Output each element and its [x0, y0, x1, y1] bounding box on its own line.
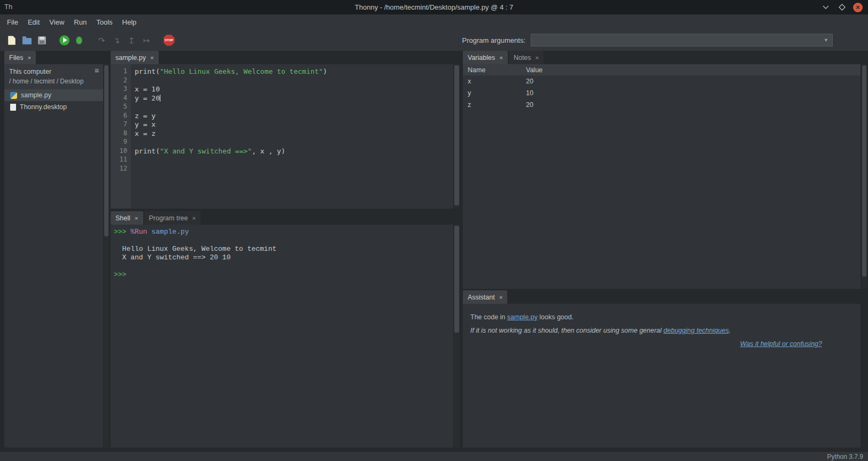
- file-name: sample.py: [21, 91, 51, 99]
- tab-assistant[interactable]: Assistant ×: [463, 290, 507, 304]
- open-file-button[interactable]: [20, 34, 33, 47]
- assistant-tabs: Assistant ×: [463, 290, 507, 304]
- files-scrollbar[interactable]: [104, 64, 109, 448]
- column-header-value: Value: [526, 66, 861, 74]
- close-tab-icon[interactable]: ×: [536, 55, 539, 61]
- close-tab-icon[interactable]: ×: [150, 55, 154, 61]
- step-out-button[interactable]: ↥: [125, 34, 138, 47]
- step-out-icon: ↥: [128, 36, 135, 44]
- text-cursor: [160, 95, 161, 102]
- shell-line: >>>: [114, 271, 453, 279]
- step-into-icon: ↴: [113, 36, 120, 44]
- debug-button[interactable]: [73, 34, 86, 47]
- variables-rows: x20y10z20: [463, 75, 861, 111]
- tab-notes[interactable]: Notes ×: [509, 51, 544, 64]
- close-tab-icon[interactable]: ×: [499, 294, 503, 301]
- assistant-text: If it is not working as it should, then …: [470, 327, 663, 334]
- code-line[interactable]: z = y: [135, 112, 453, 121]
- tab-files[interactable]: Files ×: [4, 51, 36, 64]
- editor-code[interactable]: print("Hello Linux Geeks, Welcome to tec…: [131, 64, 453, 209]
- variable-value: 10: [526, 89, 861, 97]
- menu-file[interactable]: File: [2, 16, 23, 29]
- code-editor[interactable]: 123456789101112 print("Hello Linux Geeks…: [111, 64, 453, 209]
- close-tab-icon[interactable]: ×: [192, 215, 196, 221]
- program-arguments-field: ▼: [531, 34, 833, 47]
- code-line[interactable]: [135, 156, 453, 165]
- maximize-icon: [839, 4, 846, 11]
- menu-run[interactable]: Run: [69, 16, 91, 29]
- file-item[interactable]: Thonny.desktop: [4, 101, 103, 113]
- file-item[interactable]: sample.py: [4, 89, 103, 101]
- variable-row[interactable]: z20: [463, 99, 861, 111]
- menu-view[interactable]: View: [44, 16, 69, 29]
- variable-name: x: [463, 78, 526, 85]
- tab-sample-py[interactable]: sample.py ×: [111, 51, 159, 64]
- tab-program-tree[interactable]: Program tree ×: [144, 211, 201, 225]
- menu-edit[interactable]: Edit: [23, 16, 44, 29]
- scrollbar-thumb[interactable]: [862, 65, 866, 276]
- shell-line: [114, 262, 453, 271]
- feedback-link[interactable]: Was it helpful or confusing?: [740, 340, 822, 348]
- save-file-button[interactable]: [35, 34, 48, 47]
- stop-sign-icon: STOP: [164, 35, 175, 46]
- assistant-link[interactable]: sample.py: [507, 313, 538, 321]
- code-line[interactable]: y = 20: [135, 94, 453, 103]
- assistant-line-1: The code in sample.py looks good.: [470, 313, 853, 321]
- new-file-button[interactable]: [5, 34, 18, 47]
- menu-help[interactable]: Help: [118, 16, 142, 29]
- variables-scrollbar[interactable]: [862, 64, 867, 289]
- step-into-button[interactable]: ↴: [110, 34, 123, 47]
- code-line[interactable]: [135, 138, 453, 147]
- scrollbar-thumb[interactable]: [454, 226, 459, 333]
- assistant-link[interactable]: debugging techniques: [663, 327, 728, 334]
- run-button[interactable]: [58, 34, 71, 47]
- editor-scrollbar[interactable]: [454, 64, 460, 209]
- line-number: 2: [111, 76, 131, 86]
- shell-line: >>> %Run sample.py: [114, 228, 453, 236]
- code-line[interactable]: [135, 103, 453, 112]
- line-number: 5: [111, 103, 131, 112]
- program-arguments-input[interactable]: [531, 34, 820, 46]
- close-tab-icon[interactable]: ×: [135, 215, 138, 221]
- close-tab-icon[interactable]: ×: [499, 55, 503, 61]
- editor-tabs: sample.py ×: [111, 51, 159, 64]
- file-name: Thonny.desktop: [20, 103, 67, 111]
- line-number: 11: [111, 156, 131, 165]
- variable-row[interactable]: x20: [463, 75, 861, 87]
- shell-panel[interactable]: >>> %Run sample.py Hello Linux Geeks, We…: [111, 225, 453, 448]
- scrollbar-thumb[interactable]: [104, 65, 108, 236]
- resume-button[interactable]: ↦: [140, 34, 153, 47]
- code-line[interactable]: print("Hello Linux Geeks, Welcome to tec…: [135, 67, 453, 76]
- code-line[interactable]: print("X and Y switched ==>", x , y): [135, 147, 453, 156]
- step-over-icon: ↷: [98, 36, 105, 44]
- chevron-down-icon[interactable]: ▼: [820, 37, 832, 43]
- shell-scrollbar[interactable]: [454, 225, 460, 448]
- maximize-window-button[interactable]: [837, 3, 847, 12]
- app-logo: Th: [4, 3, 12, 11]
- line-number: 10: [111, 147, 131, 156]
- code-line[interactable]: [135, 165, 453, 174]
- line-number: 3: [111, 85, 131, 94]
- hamburger-menu-icon[interactable]: ≡: [95, 66, 99, 75]
- python-file-icon: [10, 92, 17, 99]
- scrollbar-thumb[interactable]: [454, 65, 459, 205]
- close-tab-icon[interactable]: ×: [27, 55, 31, 61]
- tab-variables[interactable]: Variables ×: [463, 51, 508, 64]
- variable-row[interactable]: y10: [463, 87, 861, 99]
- variables-header-row: Name Value: [463, 64, 861, 75]
- assistant-line-2: If it is not working as it should, then …: [470, 327, 853, 334]
- code-line[interactable]: [135, 76, 453, 86]
- code-line[interactable]: y = x: [135, 120, 453, 129]
- step-over-button[interactable]: ↷: [95, 34, 108, 47]
- close-window-button[interactable]: ×: [853, 3, 863, 12]
- files-tabs: Files ×: [4, 51, 36, 64]
- shade-window-button[interactable]: [821, 3, 831, 12]
- menu-tools[interactable]: Tools: [91, 16, 117, 29]
- code-line[interactable]: x = z: [135, 129, 453, 139]
- line-number: 8: [111, 129, 131, 139]
- code-line[interactable]: x = 10: [135, 85, 453, 94]
- tab-label: Program tree: [149, 214, 188, 222]
- tab-shell[interactable]: Shell ×: [111, 211, 143, 225]
- stop-button[interactable]: STOP: [162, 34, 175, 47]
- line-number: 9: [111, 138, 131, 147]
